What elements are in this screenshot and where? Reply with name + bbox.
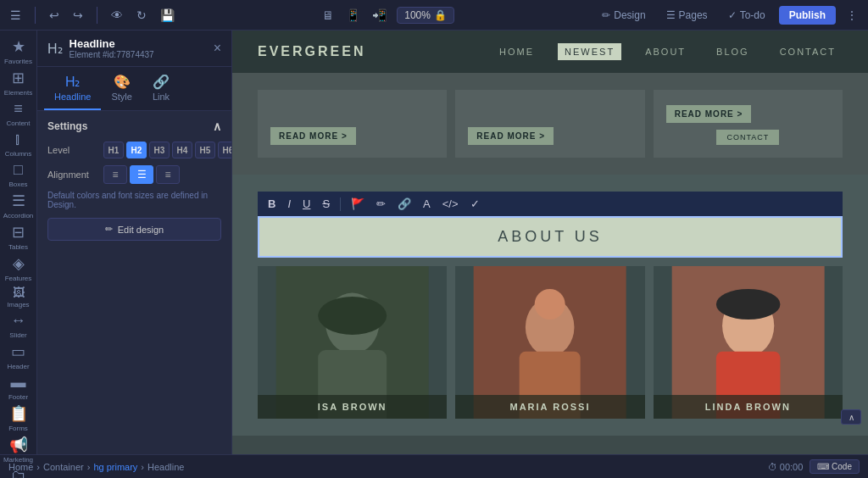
code-button[interactable]: ⌨ Code bbox=[810, 459, 860, 474]
bold-tool[interactable]: B bbox=[264, 196, 279, 212]
forms-icon: 📋 bbox=[9, 404, 28, 423]
align-right-button[interactable]: ≡ bbox=[156, 165, 180, 184]
sidebar-item-footer[interactable]: ▬ Footer bbox=[3, 374, 34, 401]
settings-collapse-icon[interactable]: ∧ bbox=[213, 119, 221, 133]
level-h4-button[interactable]: H4 bbox=[172, 142, 192, 158]
sidebar-item-images[interactable]: 🖼 Images bbox=[3, 286, 34, 308]
nav-contact[interactable]: CONTACT bbox=[773, 43, 843, 60]
tab-headline[interactable]: H₂ Headline bbox=[44, 67, 101, 110]
breadcrumb-home[interactable]: Home bbox=[8, 462, 33, 472]
sidebar-item-columns[interactable]: ⫿ Columns bbox=[3, 131, 34, 158]
strikethrough-tool[interactable]: S bbox=[319, 196, 333, 212]
flag-tool[interactable]: 🚩 bbox=[348, 196, 368, 212]
sidebar-item-slider[interactable]: ↔ Slider bbox=[3, 312, 34, 339]
link-tool[interactable]: 🔗 bbox=[394, 196, 415, 212]
edit-design-button[interactable]: ✏ Edit design bbox=[47, 218, 221, 241]
breadcrumb-container[interactable]: Container bbox=[43, 462, 84, 472]
mobile-icon[interactable]: 📲 bbox=[369, 7, 390, 24]
breadcrumb-primary[interactable]: hg primary bbox=[93, 462, 137, 472]
main-layout: ★ Favorites ⊞ Elements ≡ Content ⫿ Colum… bbox=[0, 31, 868, 454]
align-left-button[interactable]: ≡ bbox=[103, 165, 127, 184]
panel-settings: Settings ∧ Level H1 H2 H3 H4 H5 H6 Align… bbox=[37, 111, 231, 249]
toolbar-center: 🖥 📱 📲 100% 🔒 bbox=[319, 7, 454, 24]
undo-icon[interactable]: ↩ bbox=[46, 7, 63, 24]
breadcrumb-headline[interactable]: Headline bbox=[147, 462, 184, 472]
card-read-more-1[interactable]: READ MORE > bbox=[270, 127, 434, 145]
contact-button[interactable]: CONTACT bbox=[716, 130, 779, 145]
underline-tool[interactable]: U bbox=[299, 196, 314, 212]
code-tool[interactable]: </> bbox=[439, 196, 462, 212]
pages-icon: ☰ bbox=[666, 9, 676, 21]
level-h1-button[interactable]: H1 bbox=[103, 142, 124, 158]
header-label: Header bbox=[7, 363, 29, 370]
panel-tabs: H₂ Headline 🎨 Style 🔗 Link bbox=[37, 67, 231, 111]
nav-home[interactable]: HOME bbox=[492, 43, 541, 60]
card-3: READ MORE > CONTACT bbox=[654, 90, 843, 158]
sidebar-item-header[interactable]: ▭ Header bbox=[3, 342, 34, 370]
team-overlay-3: LINDA BROWN bbox=[654, 395, 843, 419]
sidebar-item-accordion[interactable]: ☰ Accordion bbox=[3, 192, 34, 220]
sidebar-item-boxes[interactable]: □ Boxes bbox=[3, 161, 34, 188]
elements-label: Elements bbox=[4, 89, 32, 97]
about-headline[interactable]: ABOUT US bbox=[258, 216, 843, 258]
scroll-top-button[interactable]: ∧ bbox=[841, 409, 861, 425]
tab-style-label: Style bbox=[111, 92, 131, 102]
pages-button[interactable]: ☰ Pages bbox=[659, 6, 715, 25]
clock-icon: ⏱ bbox=[768, 462, 777, 472]
card-read-more-2[interactable]: READ MORE > bbox=[468, 127, 632, 145]
card-read-more-3[interactable]: READ MORE > bbox=[666, 105, 830, 123]
sidebar-item-marketing[interactable]: 📢 Marketing bbox=[3, 436, 34, 464]
tablet-icon[interactable]: 📱 bbox=[342, 7, 364, 24]
nav-newest[interactable]: NEWEST bbox=[558, 43, 621, 60]
tab-link[interactable]: 🔗 Link bbox=[142, 67, 180, 110]
sidebar-item-content[interactable]: ≡ Content bbox=[3, 100, 34, 127]
sidebar-item-elements[interactable]: ⊞ Elements bbox=[3, 69, 34, 97]
level-h3-button[interactable]: H3 bbox=[149, 142, 170, 158]
align-center-button[interactable]: ☰ bbox=[130, 165, 153, 184]
zoom-badge[interactable]: 100% 🔒 bbox=[397, 7, 454, 24]
more-icon[interactable]: ⋮ bbox=[843, 7, 861, 24]
redo-icon[interactable]: ↪ bbox=[70, 7, 86, 24]
sidebar-item-favorites[interactable]: ★ Favorites bbox=[3, 37, 34, 65]
refresh-icon[interactable]: ↻ bbox=[133, 7, 150, 24]
status-left: Home › Container › hg primary › Headline bbox=[8, 462, 184, 472]
menu-icon[interactable]: ☰ bbox=[7, 7, 25, 24]
publish-button[interactable]: Publish bbox=[779, 6, 836, 25]
team-overlay-2: MARIA ROSSI bbox=[455, 395, 644, 419]
pen-tool[interactable]: ✏ bbox=[373, 196, 389, 212]
level-h5-button[interactable]: H5 bbox=[195, 142, 215, 158]
team-name-3: LINDA BROWN bbox=[660, 402, 836, 412]
features-icon: ◈ bbox=[13, 254, 25, 273]
desktop-icon[interactable]: 🖥 bbox=[319, 7, 337, 24]
style-tab-icon: 🎨 bbox=[114, 74, 131, 90]
nav-about[interactable]: ABOUT bbox=[638, 43, 693, 60]
sidebar-item-features[interactable]: ◈ Features bbox=[3, 254, 34, 282]
todo-button[interactable]: ✓ To-do bbox=[721, 6, 772, 25]
italic-tool[interactable]: I bbox=[284, 196, 294, 212]
toolbar-right: ✏ Design ☰ Pages ✓ To-do Publish ⋮ bbox=[595, 6, 861, 25]
text-editor-toolbar: B I U S 🚩 ✏ 🔗 A </> ✓ bbox=[258, 192, 843, 216]
settings-note: Default colors and font sizes are define… bbox=[47, 191, 221, 209]
sidebar-item-forms[interactable]: 📋 Forms bbox=[3, 404, 34, 432]
accordion-label: Accordion bbox=[3, 212, 34, 220]
favorites-label: Favorites bbox=[4, 58, 32, 65]
save-icon[interactable]: 💾 bbox=[157, 7, 178, 24]
tab-style[interactable]: 🎨 Style bbox=[101, 67, 142, 110]
team-card-1: ISA BROWN bbox=[258, 266, 447, 419]
sidebar-item-tables[interactable]: ⊟ Tables bbox=[3, 223, 34, 251]
font-color-tool[interactable]: A bbox=[420, 196, 434, 212]
level-h6-button[interactable]: H6 bbox=[218, 142, 232, 158]
alignment-row: Alignment ≡ ☰ ≡ bbox=[47, 165, 221, 184]
align-buttons: ≡ ☰ ≡ bbox=[103, 165, 180, 184]
design-button[interactable]: ✏ Design bbox=[595, 6, 652, 25]
nav-blog[interactable]: BLOG bbox=[709, 43, 756, 60]
todo-label: To-do bbox=[740, 9, 765, 21]
check-tool[interactable]: ✓ bbox=[467, 196, 483, 212]
device-icons: 🖥 📱 📲 bbox=[319, 7, 390, 24]
panel-header: H₂ Headline Element #id:77874437 × bbox=[37, 31, 231, 67]
preview-icon[interactable]: 👁 bbox=[108, 7, 126, 24]
breadcrumb-separator-2: › bbox=[87, 462, 91, 472]
panel-close-button[interactable]: × bbox=[214, 41, 221, 56]
level-h2-button[interactable]: H2 bbox=[126, 142, 147, 158]
card-1: READ MORE > bbox=[258, 90, 447, 158]
